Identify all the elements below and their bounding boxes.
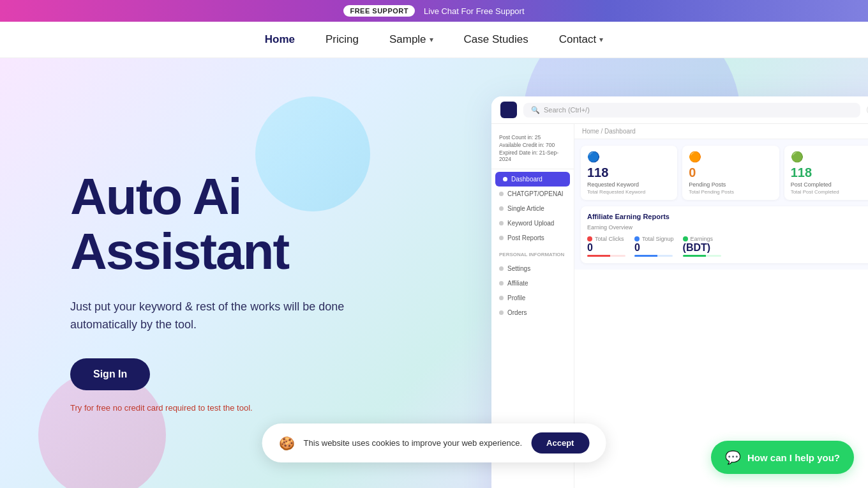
accept-button[interactable]: Accept (531, 432, 589, 454)
chevron-down-icon: ▾ (599, 35, 603, 44)
stat-signup: Total Signup 0 (634, 236, 674, 257)
stat-earnings: Earnings (BDT) (683, 236, 721, 257)
sidebar-item-chatgpt[interactable]: CHATGPT/OPENAI (491, 187, 574, 201)
nav-pricing[interactable]: Pricing (326, 33, 359, 46)
sidebar-dot-icon (499, 296, 504, 300)
hero-content: Auto Ai Assistant Just put your keyword … (0, 131, 344, 452)
sidebar-item-keyword-upload[interactable]: Keyword Upload (491, 216, 574, 231)
stat-dot-blue (634, 236, 640, 241)
hero-title: Auto Ai Assistant (70, 169, 344, 280)
nav-sample[interactable]: Sample ▾ (389, 33, 433, 46)
dash-main: 🔵 118 Requested Keyword Total Requested … (574, 139, 868, 270)
banner-badge: FREE SUPPORT (343, 5, 415, 17)
hero-subtitle: Just put your keyword & rest of the work… (70, 298, 344, 335)
nav-case-studies[interactable]: Case Studies (464, 33, 528, 46)
sidebar-item-post-reports[interactable]: Post Reports (491, 231, 574, 245)
card-icon-green: 🟢 (791, 151, 868, 163)
stat-clicks: Total Clicks 0 (587, 236, 625, 257)
sidebar-dot-icon (499, 206, 504, 211)
card-icon-orange: 🟠 (689, 151, 772, 163)
sidebar-dot-icon (503, 177, 507, 181)
stat-bar-earnings (683, 255, 721, 257)
dash-logo (500, 102, 517, 118)
signin-button[interactable]: Sign In (70, 358, 150, 390)
stat-dot-green (683, 236, 688, 241)
cookie-icon: 🍪 (279, 436, 295, 451)
dash-card-requested: 🔵 118 Requested Keyword Total Requested … (581, 146, 677, 200)
nav-home[interactable]: Home (265, 33, 295, 46)
dash-header: 🔍 Search (Ctrl+/) (491, 96, 868, 124)
dash-search: 🔍 Search (Ctrl+/) (523, 103, 860, 118)
main-nav: Home Pricing Sample ▾ Case Studies Conta… (0, 22, 868, 58)
card-icon-blue: 🔵 (587, 151, 671, 163)
whatsapp-icon: 💬 (725, 450, 741, 465)
dash-stats: Total Clicks 0 Total Signup 0 (587, 236, 868, 257)
top-banner: FREE SUPPORT Live Chat For Free Support (0, 0, 868, 22)
dash-sidebar-info: Post Count in: 25 Available Credit in: 7… (491, 129, 574, 169)
cookie-banner: 🍪 This website uses cookies to improve y… (262, 423, 606, 462)
nav-contact[interactable]: Contact ▾ (559, 33, 604, 46)
chevron-down-icon: ▾ (430, 35, 433, 44)
sidebar-dot-icon (499, 281, 504, 286)
sidebar-dot-icon (499, 310, 504, 315)
cookie-text: This website uses cookies to improve you… (304, 438, 523, 448)
try-free-text: Try for free no credit card required to … (70, 403, 253, 413)
dash-card-pending: 🟠 0 Pending Posts Total Pending Posts (682, 146, 779, 200)
sidebar-dot-icon (499, 192, 504, 196)
stat-bar-signup (634, 255, 673, 257)
sidebar-dot-icon (499, 221, 504, 225)
sidebar-item-dashboard[interactable]: Dashboard (495, 172, 570, 187)
sidebar-dot-icon (499, 236, 504, 240)
dash-breadcrumb: Home / Dashboard (574, 124, 868, 139)
sidebar-item-orders[interactable]: Orders (491, 305, 574, 320)
search-icon: 🔍 (531, 106, 540, 114)
sidebar-section-personal: PERSONAL INFORMATION (491, 248, 574, 261)
chat-button[interactable]: 💬 How can I help you? (711, 441, 854, 474)
dash-card-completed: 🟢 118 Post Completed Total Post Complete… (784, 146, 868, 200)
sidebar-item-single-article[interactable]: Single Article (491, 201, 574, 216)
stat-dot-red (587, 236, 592, 241)
dash-cards: 🔵 118 Requested Keyword Total Requested … (581, 146, 868, 200)
stat-bar-clicks (587, 255, 625, 257)
banner-text: Live Chat For Free Support (424, 6, 525, 16)
sidebar-dot-icon (499, 266, 504, 271)
dash-earning: Affiliate Earning Reports Earning Overvi… (581, 206, 868, 263)
sidebar-item-profile[interactable]: Profile (491, 291, 574, 305)
sidebar-item-settings[interactable]: Settings (491, 261, 574, 276)
sidebar-item-affiliate[interactable]: Affiliate (491, 276, 574, 291)
